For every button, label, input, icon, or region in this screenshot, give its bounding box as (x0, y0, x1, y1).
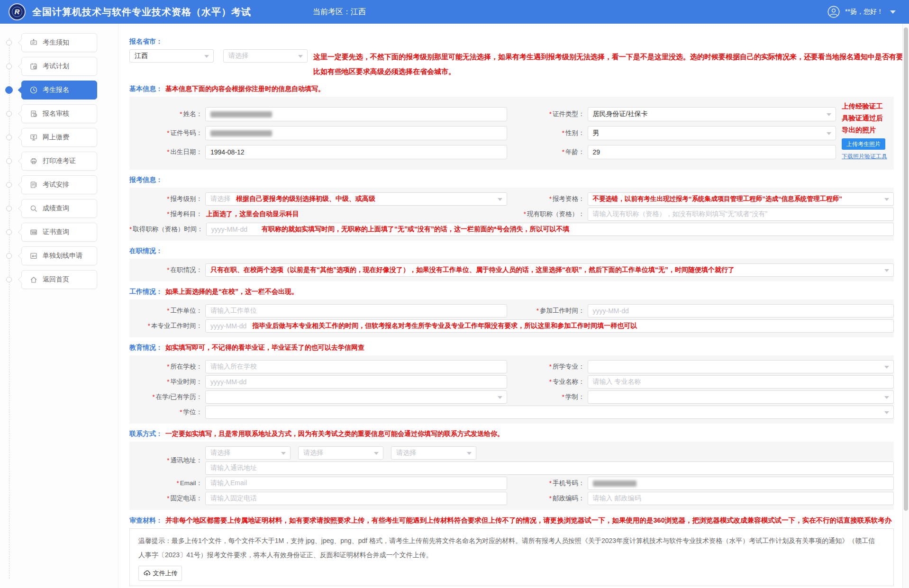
age-input[interactable]: 29 (588, 145, 836, 159)
education-panel: *所在学校： 请输入所在学校 *所学专业： *毕业时间： yyyy-MM-dd … (129, 355, 894, 424)
cert-type-select[interactable]: 居民身份证/社保卡 (588, 107, 836, 121)
major-name-input[interactable]: 请输入 专业名称 (588, 375, 894, 389)
scrollbar[interactable] (902, 24, 909, 588)
user-menu[interactable]: **扬，您好！ (827, 5, 896, 18)
section-contact: 联系方式：一定要如实填写，且是常用联系地址及方式，因为有关考试之类的重要信息可能… (129, 430, 894, 438)
main-content: 报名省市： 江西 请选择 这里一定要先选，不然下面的报考级别那里可能无法选择，如… (119, 24, 902, 588)
upload-tip-text: 温馨提示：最多上传1个文件，每个文件不大于1M，支持 jpg、jpeg、png、… (138, 534, 878, 562)
section-edu-label: 教育情况： (129, 344, 163, 351)
title-time-input[interactable]: yyyy-MM-dd有职称的就如实填写时间，无职称的上面填了“无”或“没有”的话… (206, 223, 894, 236)
degree-select[interactable] (205, 406, 894, 419)
section-basic-note: 基本信息下面的内容会根据你注册时的信息自动填写。 (165, 85, 325, 92)
sidebar-item-back-home[interactable]: 返回首页 (0, 270, 118, 289)
sidebar-item-certificate-query[interactable]: 证书查询 (0, 223, 118, 242)
sidebar-item-label: 考生报名 (43, 86, 69, 94)
job-status-label: *在职情况： (129, 266, 205, 274)
section-basic-label: 基本信息： (129, 85, 163, 92)
school-input[interactable]: 请输入所在学校 (205, 360, 507, 373)
email-input[interactable]: 请输入Email (205, 477, 507, 490)
sidebar-item-exam-plan[interactable]: 考试计划 (0, 57, 118, 76)
work-start-input[interactable]: yyyy-MM-dd (588, 304, 894, 317)
masked-cert-no-value (210, 130, 272, 136)
app-title: 全国计算机技术与软件专业技术资格（水平）考试 (32, 6, 251, 18)
sidebar-item-register-audit[interactable]: 报名审核 (0, 104, 118, 123)
sidebar-item-score-query[interactable]: 成绩查询 (0, 199, 118, 218)
current-region: 当前考区：江西 (313, 7, 366, 17)
zip-input[interactable]: 请输入 邮政编码 (588, 492, 894, 505)
address-province-select[interactable]: 请选择 (205, 446, 291, 460)
graduation-time-label: *毕业时间： (129, 378, 205, 386)
section-contact-label: 联系方式： (129, 430, 163, 437)
province-select[interactable]: 江西 (129, 49, 214, 63)
file-upload-button[interactable]: 文件上传 (138, 566, 182, 581)
section-material-note: 并非每个地区都需要上传属地证明材料，如有要求请按照要求上传，有些考生可能遇到上传… (165, 516, 891, 524)
calendar-clock-icon (29, 62, 38, 71)
degree-status-select[interactable] (205, 390, 507, 404)
upload-photo-button[interactable]: 上传考生照片 (842, 138, 885, 150)
address-city-placeholder: 请选择 (303, 449, 323, 457)
birth-date-input[interactable]: 1994-08-12 (205, 145, 507, 159)
address-province-placeholder: 请选择 (210, 449, 230, 457)
timeline-dot (6, 111, 12, 117)
sidebar-item-online-payment[interactable]: 网上缴费 (0, 128, 118, 147)
section-job-label: 在职情况： (129, 247, 163, 254)
mobile-input[interactable] (588, 477, 894, 490)
section-apply-label: 报考信息： (129, 176, 163, 183)
zip-label: *邮政编码： (512, 494, 588, 503)
gender-select[interactable]: 男 (588, 126, 836, 140)
sidebar-item-label: 单独划线申请 (43, 252, 82, 260)
section-job-status: 在职情况： (129, 247, 894, 255)
download-photo-tool-link[interactable]: 下载照片验证工具 (842, 153, 889, 161)
cert-no-input[interactable] (205, 126, 507, 140)
sidebar-item-exam-notice[interactable]: 考生须知 (0, 33, 118, 52)
province-warning-note: 这里一定要先选，不然下面的报考级别那里可能无法选择，如果有考生遇到报考级别无法选… (313, 49, 902, 79)
apply-subject-label: *报考科目： (129, 210, 205, 218)
major-work-time-label: *本专业工作时间： (129, 322, 205, 330)
section-basic-info: 基本信息：基本信息下面的内容会根据你注册时的信息自动填写。 (129, 85, 894, 93)
gender-value: 男 (593, 129, 600, 137)
apply-level-hint: 根据自己要报考的级别选择初级、中级、或高级 (236, 195, 375, 203)
job-status-select[interactable]: 只有在职、在校两个选项（以前是有“其他”选项的，现在好像没了），如果没有工作单位… (205, 263, 894, 277)
sidebar-item-separate-line-apply[interactable]: A+ 单独划线申请 (0, 246, 118, 265)
address-city-select[interactable]: 请选择 (298, 446, 383, 460)
sidebar-item-candidate-register[interactable]: 考生报名 (0, 81, 118, 100)
job-status-hint: 只有在职、在校两个选项（以前是有“其他”选项的，现在好像没了），如果没有工作单位… (210, 266, 735, 274)
schooling-select[interactable] (588, 390, 894, 404)
sidebar-item-print-admission[interactable]: 打印准考证 (0, 152, 118, 171)
cert-no-label: *证件号码： (129, 129, 205, 137)
address-detail-input[interactable]: 请输入通讯地址 (205, 461, 894, 475)
magnifier-icon (29, 204, 38, 213)
timeline-dot (6, 63, 12, 69)
region-label: 当前考区： (313, 8, 351, 16)
sidebar-item-label: 打印准考证 (43, 157, 76, 165)
section-apply-info: 报考信息： (129, 176, 894, 184)
apply-qualification-hint: 不要选错，以前有考生出现过报考“系统集成项目管理工程师”选成“信息系统管理工程师… (593, 195, 843, 203)
photo-note-line1: 上传经验证工 (842, 100, 889, 112)
chevron-down-icon (890, 10, 896, 14)
file-upload-label: 文件上传 (153, 569, 178, 578)
section-material-label: 审查材料： (129, 516, 163, 524)
address-label: *通讯地址： (129, 456, 205, 465)
cert-type-label: *证件类型： (512, 110, 588, 118)
address-district-select[interactable]: 请选择 (391, 446, 476, 460)
major-work-time-input[interactable]: yyyy-MM-dd指毕业后做与本专业相关工作的时间，但软考报名对考生所学专业及… (205, 319, 894, 333)
major-studied-select[interactable] (588, 360, 894, 373)
timeline-dot (6, 277, 12, 282)
home-icon (29, 275, 38, 284)
apply-qualification-select[interactable]: 不要选错，以前有考生出现过报考“系统集成项目管理工程师”选成“信息系统管理工程师… (588, 192, 894, 206)
mobile-label: *手机号码： (512, 479, 588, 488)
city-select[interactable]: 请选择 (223, 49, 308, 63)
apply-level-select[interactable]: 请选择根据自己要报考的级别选择初级、中级、或高级 (205, 192, 507, 206)
school-placeholder: 请输入所在学校 (210, 362, 257, 371)
user-avatar-icon (827, 5, 840, 18)
current-title-input[interactable]: 请输入现有职称（资格），如没有职称则填写“无”或者“没有” (588, 208, 894, 221)
name-input[interactable] (205, 107, 507, 121)
sidebar-item-label: 考试安排 (43, 181, 69, 189)
work-unit-input[interactable]: 请输入工作单位 (205, 304, 507, 317)
scrollbar-thumb[interactable] (904, 27, 908, 511)
sidebar-item-exam-arrangement[interactable]: 考试安排 (0, 175, 118, 194)
landline-input[interactable]: 请输入固定电话 (205, 492, 507, 505)
clock-icon (29, 86, 38, 94)
graduation-time-input[interactable]: yyyy-MM-dd (205, 375, 507, 389)
landline-placeholder: 请输入固定电话 (210, 494, 257, 503)
